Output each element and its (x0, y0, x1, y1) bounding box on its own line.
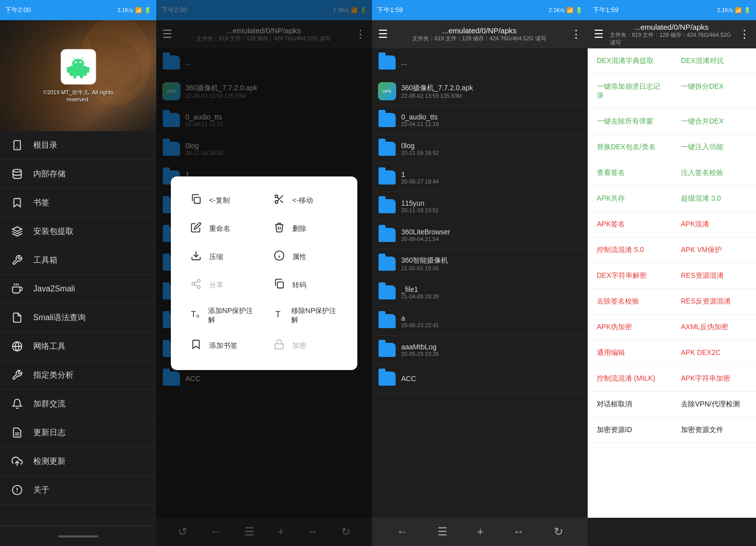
more-icon-3[interactable]: ⋮ (571, 28, 582, 41)
sidebar-item-extract[interactable]: 安装包提取 (0, 217, 156, 246)
apk-tool-item-3[interactable]: 一键拆分DEX (672, 74, 756, 109)
sidebar-item-group[interactable]: 加群交流 (0, 390, 156, 418)
apk-tool-item-18[interactable]: 去除签名校验 (588, 289, 672, 315)
hamburger-icon-4[interactable]: ☰ (594, 28, 604, 41)
ctx-menu-item-2[interactable]: 重命名 (181, 215, 264, 243)
add-btn-3[interactable]: + (477, 525, 484, 538)
sidebar-item-java2smali[interactable]: Java2Smali (0, 275, 156, 304)
file-list-item[interactable]: 360LiteBrowser 20-09-04 21:54 (372, 221, 588, 250)
apk-tool-item-4[interactable]: 一键去除所有弹窗 (588, 109, 672, 135)
apk-tool-item-27[interactable]: 去除VPN/代理检测 (672, 392, 756, 417)
sidebar-item-about[interactable]: 关于 (0, 476, 156, 505)
apk-tool-item-29[interactable]: 加密资源文件 (672, 417, 756, 443)
ctx-menu-item-11: 加密 (264, 332, 347, 360)
apk-tool-item-1[interactable]: DEX混淆对抗 (672, 48, 756, 74)
swap-btn-3[interactable]: ↔ (513, 525, 524, 538)
file-type-icon (378, 226, 396, 244)
file-list-item[interactable]: 115yun 20-11-18 23:51 (372, 192, 588, 221)
ctx-menu-item-8[interactable]: Tₐ 添加NP保护注解 (181, 299, 264, 332)
ctx-icon: T (272, 309, 285, 323)
apk-tool-item-24[interactable]: 控制流混淆 (MILK) (588, 366, 672, 392)
context-menu-overlay: <-复制 <-移动 重命名 删除 压缩 属性 分享 转码 Tₐ 添加NP保护注解… (156, 0, 372, 546)
svg-point-18 (13, 169, 22, 172)
apk-tool-item-5[interactable]: 一键合并DEX (672, 109, 756, 135)
file-list-item[interactable]: _file1 21-04-09 20:28 (372, 278, 588, 307)
apk-tool-item-13[interactable]: APK混淆 (672, 212, 756, 237)
file-name: 360LiteBrowser (401, 228, 582, 236)
file-list-item[interactable]: a 20-06-23 22:41 (372, 307, 588, 336)
file-list-item[interactable]: 0_audio_tts 22-04-11 11:18 (372, 106, 588, 135)
file-name: _file1 (401, 285, 582, 293)
ctx-menu-item-1[interactable]: <-移动 (264, 187, 347, 215)
sidebar-item-analyze[interactable]: 指定类分析 (0, 361, 156, 390)
apk-tool-item-10[interactable]: APK共存 (588, 186, 672, 212)
apk-tool-item-12[interactable]: APK签名 (588, 212, 672, 237)
sidebar-item-label-root: 根目录 (33, 140, 57, 151)
apk-tool-item-9[interactable]: 注入签名校验 (672, 160, 756, 186)
apk-tool-item-22[interactable]: 通用编辑 (588, 340, 672, 366)
file-list-item[interactable]: ACC (372, 365, 588, 393)
apk-tool-item-28[interactable]: 加密资源ID (588, 417, 672, 443)
ctx-menu-item-10[interactable]: 添加书签 (181, 332, 264, 360)
folder-icon (379, 372, 396, 386)
file-list-item[interactable]: APK 360摄像机_7.7.2.0.apk 22-08-02 13:59 13… (372, 77, 588, 106)
back-btn-3[interactable]: ← (397, 525, 408, 538)
ctx-menu-item-7[interactable]: 转码 (264, 271, 347, 299)
file-list-item[interactable]: 0log 20-11-16 18:52 (372, 135, 588, 163)
ctx-icon (272, 278, 286, 292)
apk-tool-item-7[interactable]: 一键注入功能 (672, 135, 756, 160)
file-list-item[interactable]: ... (372, 48, 588, 77)
apk-tool-item-14[interactable]: 控制流混淆 5.0 (588, 237, 672, 263)
apk-tool-item-15[interactable]: APK VM保护 (672, 237, 756, 263)
ctx-menu-item-0[interactable]: <-复制 (181, 187, 264, 215)
apk-tool-item-11[interactable]: 超级混淆 3.0 (672, 186, 756, 212)
apk-tool-item-21[interactable]: AXML反伪加密 (672, 315, 756, 340)
sidebar-item-internal[interactable]: 内部存储 (0, 160, 156, 189)
build-icon (10, 253, 24, 267)
sidebar-item-bookmark[interactable]: 书签 (0, 189, 156, 217)
file-list-item[interactable]: 360智能摄像机 21-01-01 15:56 (372, 250, 588, 278)
svg-point-42 (192, 282, 195, 285)
sidebar-item-label-checkupdate: 检测更新 (33, 456, 66, 467)
apk-tool-item-26[interactable]: 对话框取消 (588, 392, 672, 417)
apk-tool-item-23[interactable]: APK DEX2C (672, 340, 756, 366)
build-icon (10, 368, 24, 382)
storage-icon (10, 167, 24, 181)
apk-tool-item-17[interactable]: RES资源混淆 (672, 263, 756, 289)
more-icon-4[interactable]: ⋮ (739, 28, 750, 41)
sidebar-item-label-network: 网络工具 (33, 341, 66, 352)
sidebar-item-network[interactable]: 网络工具 (0, 332, 156, 361)
sidebar-item-toolbox[interactable]: 工具箱 (0, 246, 156, 275)
refresh-btn-3[interactable]: ↻ (554, 525, 563, 538)
sidebar-item-smali[interactable]: Smali语法查询 (0, 304, 156, 332)
sidebar-item-root[interactable]: 根目录 (0, 131, 156, 160)
apk-tool-item-6[interactable]: 替换DEX包名/类名 (588, 135, 672, 160)
file-type-icon (378, 283, 396, 301)
file-info: 360LiteBrowser 20-09-04 21:54 (401, 228, 582, 242)
sidebar-item-label-analyze: 指定类分析 (33, 370, 74, 381)
apk-tool-item-0[interactable]: DEX混淆字典提取 (588, 48, 672, 74)
svg-marker-19 (13, 227, 22, 231)
apk-tool-item-19[interactable]: RES反资源混淆 (672, 289, 756, 315)
apk-tool-item-25[interactable]: APK字符串加密 (672, 366, 756, 392)
toolbar-path-3: ...emulated/0/NP/apks 文件夹：619 文件：128 储存：… (394, 26, 564, 42)
speed-1: 3.1K/s (117, 7, 133, 13)
ctx-menu-item-5[interactable]: 属性 (264, 243, 347, 271)
apk-tool-item-16[interactable]: DEX字符串解密 (588, 263, 672, 289)
ctx-label: 转码 (292, 281, 306, 290)
file-list-item[interactable]: 1 20-06-27 18:44 (372, 163, 588, 192)
ctx-menu-item-4[interactable]: 压缩 (181, 243, 264, 271)
menu-btn-3[interactable]: ☰ (437, 525, 448, 538)
file-type-icon (378, 140, 396, 158)
ctx-menu-item-3[interactable]: 删除 (264, 215, 347, 243)
ctx-menu-item-9[interactable]: T 移除NP保护注解 (264, 299, 347, 332)
apk-tool-item-20[interactable]: APK伪加密 (588, 315, 672, 340)
phone-icon (10, 138, 24, 152)
apk-tool-item-8[interactable]: 查看签名 (588, 160, 672, 186)
file-list-item[interactable]: aaaMtbLog 20-05-29 23:26 (372, 336, 588, 365)
sidebar-item-changelog[interactable]: 更新日志 (0, 418, 156, 447)
sidebar-item-checkupdate[interactable]: 检测更新 (0, 447, 156, 476)
hamburger-icon-3[interactable]: ☰ (378, 28, 388, 41)
apk-tool-item-2[interactable]: 一键添加崩溃日志记录 (588, 74, 672, 109)
folder-icon (379, 314, 396, 328)
